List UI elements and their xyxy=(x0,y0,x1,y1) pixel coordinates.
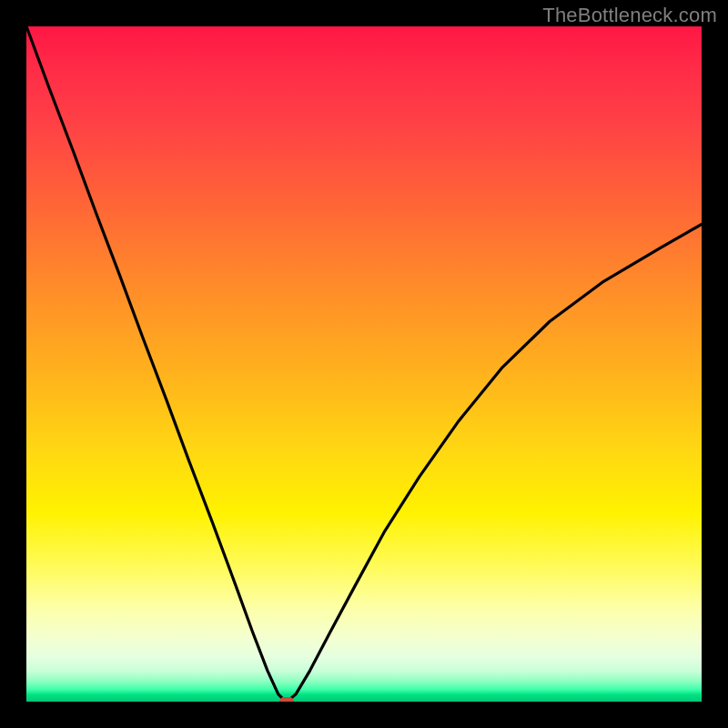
bottleneck-curve xyxy=(26,26,702,702)
optimal-point-marker xyxy=(279,697,294,702)
plot-area xyxy=(26,26,702,702)
curve-layer xyxy=(26,26,702,702)
watermark-text: TheBottleneck.com xyxy=(542,4,717,27)
chart-frame: TheBottleneck.com xyxy=(0,0,728,728)
